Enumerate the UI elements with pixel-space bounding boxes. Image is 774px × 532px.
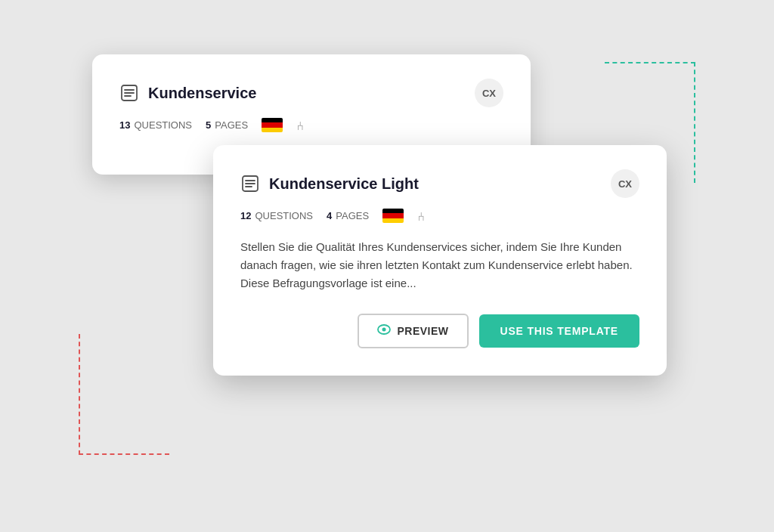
card-front-title: Kundenservice Light [269, 175, 419, 193]
flag-german-back [262, 118, 283, 132]
meta-questions-back: 13 QUESTIONS [119, 119, 192, 131]
card-back-header: Kundenservice CX [119, 79, 503, 107]
survey-icon-back [119, 83, 139, 103]
scene: Kundenservice CX 13 QUESTIONS 5 PAGES ⑂ [92, 54, 682, 478]
svg-point-9 [382, 328, 386, 332]
card-front: Kundenservice Light CX 12 QUESTIONS 4 PA… [213, 145, 667, 376]
fork-icon-back: ⑂ [296, 119, 304, 132]
card-front-title-row: Kundenservice Light [240, 174, 419, 193]
badge-cx-back: CX [475, 79, 503, 107]
dashed-red-border [79, 334, 169, 455]
card-front-header: Kundenservice Light CX [240, 169, 639, 198]
badge-cx-front: CX [611, 169, 639, 198]
card-back-title: Kundenservice [148, 85, 256, 102]
meta-pages-back: 5 PAGES [206, 119, 248, 131]
card-back-meta: 13 QUESTIONS 5 PAGES ⑂ [119, 118, 503, 132]
preview-button[interactable]: PREVIEW [358, 314, 468, 348]
meta-questions-front: 12 QUESTIONS [240, 210, 313, 221]
meta-pages-front: 4 PAGES [327, 210, 369, 221]
eye-icon [377, 324, 391, 338]
use-template-button[interactable]: USE THIS TEMPLATE [479, 314, 639, 348]
card-actions: PREVIEW USE THIS TEMPLATE [240, 314, 639, 348]
card-description: Stellen Sie die Qualität Ihres Kundenser… [240, 238, 639, 292]
fork-icon-front: ⑂ [417, 209, 425, 223]
survey-icon-front [240, 174, 260, 193]
card-front-meta: 12 QUESTIONS 4 PAGES ⑂ [240, 209, 639, 223]
card-back-title-row: Kundenservice [119, 83, 256, 103]
flag-german-front [382, 209, 404, 223]
